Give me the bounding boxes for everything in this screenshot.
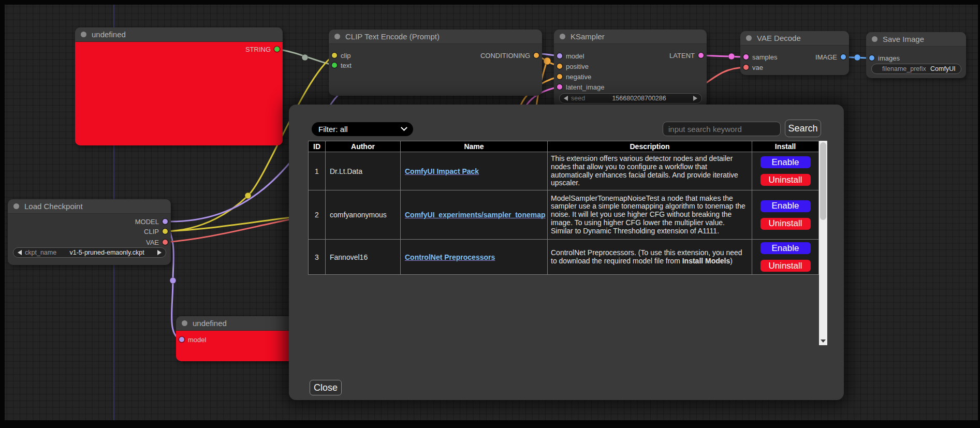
input-label: text — [341, 62, 352, 69]
node-header[interactable]: KSampler — [554, 29, 707, 44]
table-scrollbar[interactable] — [819, 141, 827, 345]
node-title: KSampler — [571, 32, 605, 41]
enable-button[interactable]: Enable — [759, 155, 812, 169]
text-input-dot[interactable] — [332, 63, 337, 68]
vae-output-dot[interactable] — [163, 240, 168, 245]
next-value-icon[interactable] — [693, 96, 697, 101]
scrollbar-down-button[interactable] — [819, 337, 827, 345]
output-label: VAE — [146, 239, 159, 246]
node-title: Load Checkpoint — [24, 202, 83, 211]
table-row: 2 comfyanonymous ComfyUI_experiments/sam… — [309, 190, 819, 240]
output-label: LATENT — [669, 52, 695, 60]
input-label: positive — [566, 63, 589, 70]
enable-button[interactable]: Enable — [759, 241, 812, 255]
node-vae-decode[interactable]: VAE Decode samples vae IMAGE — [740, 31, 849, 75]
node-clip-text-encode[interactable]: CLIP Text Encode (Prompt) clip text COND… — [329, 29, 542, 96]
positive-input-dot[interactable] — [557, 64, 562, 69]
node-ksampler[interactable]: KSampler model positive negative latent_… — [554, 29, 707, 107]
input-label: negative — [566, 73, 591, 81]
window-edge — [0, 420, 980, 428]
prev-value-icon[interactable] — [564, 96, 568, 101]
scrollbar-thumb[interactable] — [820, 142, 826, 220]
col-header-install: Install — [752, 141, 819, 152]
reroute-dot-yellow — [245, 193, 251, 199]
model-input-dot[interactable] — [179, 337, 184, 342]
node-header[interactable]: Load Checkpoint — [8, 199, 171, 214]
reroute-dot-sage — [302, 54, 308, 61]
clip-input-dot[interactable] — [332, 53, 337, 58]
node-title: CLIP Text Encode (Prompt) — [345, 32, 440, 41]
node-title: undefined — [92, 30, 126, 39]
reroute-dot-orange — [544, 57, 551, 65]
node-collapse-icon[interactable] — [334, 34, 340, 39]
latent-image-input-dot[interactable] — [557, 84, 562, 90]
search-input[interactable] — [663, 122, 781, 136]
conditioning-output-dot[interactable] — [534, 53, 539, 58]
image-output-dot[interactable] — [841, 54, 846, 60]
node-collapse-icon[interactable] — [872, 36, 877, 42]
samples-input-dot[interactable] — [743, 54, 749, 60]
window-edge — [978, 0, 980, 428]
node-header[interactable]: undefined — [176, 316, 294, 331]
node-load-checkpoint[interactable]: Load Checkpoint MODEL CLIP VAE ckpt_name… — [8, 199, 171, 265]
arrow-down-icon — [821, 340, 826, 343]
node-title: VAE Decode — [757, 34, 801, 42]
latent-output-dot[interactable] — [698, 53, 704, 58]
node-header[interactable]: CLIP Text Encode (Prompt) — [329, 29, 542, 44]
col-header-id: ID — [309, 141, 326, 152]
widget-label: ckpt_name — [25, 249, 56, 256]
prev-value-icon[interactable] — [18, 250, 22, 255]
node-collapse-icon[interactable] — [81, 32, 86, 37]
output-label: MODEL — [135, 218, 159, 226]
col-header-author: Author — [326, 141, 401, 152]
row-description: ModelSamplerTonemapNoiseTest a node that… — [548, 190, 752, 240]
model-input-dot[interactable] — [557, 53, 562, 58]
close-button[interactable]: Close — [310, 380, 342, 395]
filter-select[interactable]: Filter: all — [312, 122, 413, 136]
row-author: Dr.Lt.Data — [326, 152, 401, 190]
negative-input-dot[interactable] — [557, 74, 562, 79]
vae-input-dot[interactable] — [743, 65, 749, 70]
search-button[interactable]: Search — [785, 120, 821, 137]
ckpt-name-widget[interactable]: ckpt_name v1-5-pruned-emaonly.ckpt — [13, 247, 166, 258]
next-value-icon[interactable] — [157, 250, 162, 255]
seed-widget[interactable]: seed 156680208700286 — [559, 93, 702, 104]
window-edge — [0, 0, 980, 5]
extension-link[interactable]: ComfyUI Impact Pack — [405, 167, 479, 175]
filter-select-value: Filter: all — [318, 125, 348, 134]
node-undefined-top[interactable]: undefined STRING — [75, 27, 283, 145]
string-output-dot[interactable] — [274, 47, 280, 52]
clip-output-dot[interactable] — [163, 229, 168, 234]
row-author: comfyanonymous — [326, 190, 401, 240]
filename-prefix-widget[interactable]: filename_prefix ComfyUI — [871, 64, 961, 74]
model-output-dot[interactable] — [163, 219, 168, 224]
node-undefined-bottom[interactable]: undefined model — [176, 316, 294, 361]
node-collapse-icon[interactable] — [182, 320, 187, 326]
window-edge — [0, 0, 5, 428]
extension-table: ID Author Name Description Install 1 Dr.… — [308, 141, 819, 275]
enable-button[interactable]: Enable — [759, 199, 812, 213]
node-header[interactable]: undefined — [75, 27, 283, 42]
images-input-dot[interactable] — [869, 55, 874, 61]
node-collapse-icon[interactable] — [746, 35, 752, 41]
node-header[interactable]: Save Image — [866, 32, 966, 47]
input-label: model — [188, 336, 206, 344]
node-save-image[interactable]: Save Image images filename_prefix ComfyU… — [866, 32, 966, 78]
uninstall-button[interactable]: Uninstall — [759, 173, 812, 187]
node-collapse-icon[interactable] — [560, 34, 565, 39]
extension-link[interactable]: ComfyUI_experiments/sampler_tonemap — [405, 211, 546, 219]
node-title: Save Image — [883, 35, 924, 43]
uninstall-button[interactable]: Uninstall — [759, 217, 812, 231]
output-label: CLIP — [144, 228, 159, 235]
extension-link[interactable]: ControlNet Preprocessors — [405, 253, 495, 261]
table-row: 1 Dr.Lt.Data ComfyUI Impact Pack This ex… — [309, 152, 819, 190]
table-row: 3 Fannovel16 ControlNet Preprocessors Co… — [309, 240, 819, 275]
row-description: This extension offers various detector n… — [548, 152, 752, 190]
row-id: 2 — [309, 190, 326, 240]
extension-table-wrapper: ID Author Name Description Install 1 Dr.… — [308, 141, 827, 345]
reroute-dot-pink — [728, 53, 735, 60]
input-label: samples — [752, 53, 777, 61]
uninstall-button[interactable]: Uninstall — [759, 259, 812, 273]
node-header[interactable]: VAE Decode — [740, 31, 849, 46]
node-collapse-icon[interactable] — [13, 203, 19, 209]
